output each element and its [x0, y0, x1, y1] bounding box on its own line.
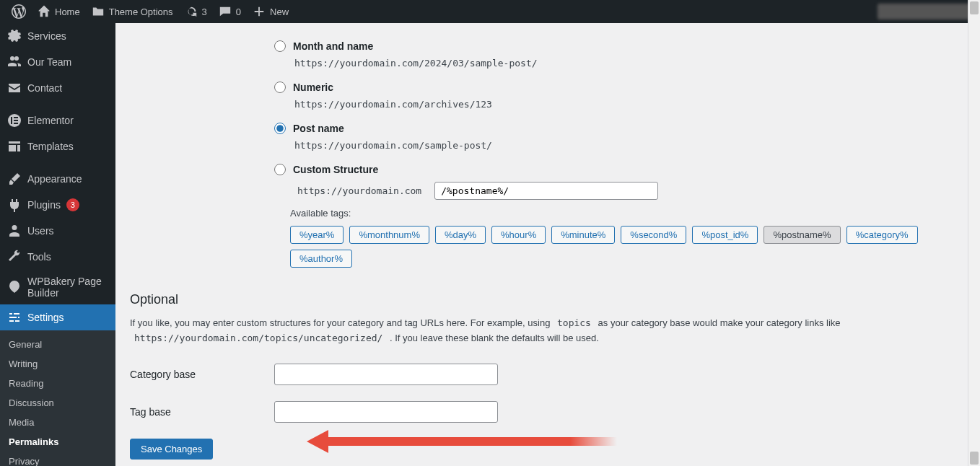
desc-code-topics: topics — [553, 315, 595, 330]
tag-author[interactable]: %author% — [290, 250, 352, 268]
available-tags: %year% %monthnum% %day% %hour% %minute% … — [290, 226, 960, 268]
menu-users[interactable]: Users — [0, 218, 115, 244]
radio-numeric-label: Numeric — [293, 82, 333, 93]
envelope-icon — [7, 81, 22, 95]
radio-custom-label: Custom Structure — [293, 164, 378, 175]
menu-plugins[interactable]: Plugins 3 — [0, 192, 115, 218]
submenu-writing[interactable]: Writing — [0, 354, 115, 374]
menu-tools-label: Tools — [27, 251, 51, 263]
tag-second[interactable]: %second% — [621, 226, 686, 244]
numeric-example: https://yourdomain.com/archives/123 — [290, 97, 496, 112]
permalink-option-custom: Custom Structure https://yourdomain.com … — [130, 164, 960, 268]
menu-our-team[interactable]: Our Team — [0, 49, 115, 75]
sliders-icon — [7, 310, 22, 325]
users-icon — [7, 55, 22, 69]
menu-wpbakery[interactable]: WPBakery Page Builder — [0, 270, 115, 304]
menu-templates-label: Templates — [27, 141, 74, 152]
tag-postname[interactable]: %postname% — [764, 226, 840, 244]
adminbar-home[interactable]: Home — [32, 0, 86, 23]
adminbar-theme-options[interactable]: Theme Options — [86, 0, 179, 23]
tag-day[interactable]: %day% — [435, 226, 486, 244]
elementor-icon — [7, 113, 22, 128]
category-base-input[interactable] — [274, 364, 498, 385]
vertical-scrollbar[interactable] — [968, 0, 980, 466]
optional-heading: Optional — [130, 292, 960, 307]
radio-month-name[interactable] — [274, 40, 286, 52]
menu-contact-label: Contact — [27, 82, 62, 94]
category-base-label: Category base — [130, 369, 274, 380]
tag-monthnum[interactable]: %monthnum% — [349, 226, 429, 244]
available-tags-label: Available tags: — [290, 208, 960, 219]
plugin-icon — [7, 198, 22, 212]
tag-hour[interactable]: %hour% — [491, 226, 546, 244]
menu-settings-label: Settings — [27, 312, 64, 323]
admin-sidebar: Services Our Team Contact Elementor Temp… — [0, 23, 115, 466]
menu-our-team-label: Our Team — [27, 56, 71, 68]
tag-category[interactable]: %category% — [846, 226, 918, 244]
tag-post-id[interactable]: %post_id% — [692, 226, 758, 244]
submenu-reading[interactable]: Reading — [0, 374, 115, 393]
adminbar-new[interactable]: New — [247, 0, 294, 23]
user-icon — [7, 224, 22, 238]
tag-base-row: Tag base — [130, 401, 960, 423]
tag-year[interactable]: %year% — [290, 226, 344, 244]
svg-rect-2 — [14, 117, 18, 118]
menu-appearance-label: Appearance — [27, 173, 82, 185]
submenu-privacy[interactable]: Privacy — [0, 452, 115, 466]
permalink-option-numeric: Numeric https://yourdomain.com/archives/… — [130, 82, 960, 110]
templates-icon — [7, 139, 22, 154]
home-icon — [38, 5, 51, 18]
tag-minute[interactable]: %minute% — [551, 226, 615, 244]
desc-code-url: https://yourdomain.com/topics/uncategori… — [130, 330, 387, 346]
scrollbar-up-arrow[interactable] — [970, 1, 979, 14]
submenu-general[interactable]: General — [0, 335, 115, 354]
menu-templates[interactable]: Templates — [0, 133, 115, 159]
post-name-example: https://yourdomain.com/sample-post/ — [290, 138, 496, 153]
adminbar-new-label: New — [270, 6, 289, 17]
menu-services-label: Services — [27, 30, 66, 42]
adminbar-user[interactable] — [878, 4, 974, 19]
save-changes-button[interactable]: Save Changes — [130, 439, 213, 460]
menu-elementor[interactable]: Elementor — [0, 107, 115, 133]
menu-contact[interactable]: Contact — [0, 75, 115, 101]
permalink-option-month-name: Month and name https://yourdomain.com/20… — [130, 40, 960, 69]
category-base-row: Category base — [130, 364, 960, 385]
menu-wpbakery-label: WPBakery Page Builder — [27, 276, 108, 299]
comment-icon — [219, 5, 232, 18]
menu-plugins-label: Plugins — [27, 199, 61, 211]
annotation-arrow — [307, 427, 617, 456]
menu-tools[interactable]: Tools — [0, 244, 115, 270]
custom-structure-input[interactable] — [434, 182, 658, 200]
custom-prefix: https://yourdomain.com — [290, 181, 429, 201]
radio-post-name[interactable] — [274, 123, 286, 134]
adminbar-comments[interactable]: 0 — [213, 0, 247, 23]
submenu-discussion[interactable]: Discussion — [0, 393, 115, 413]
menu-appearance[interactable]: Appearance — [0, 165, 115, 192]
submenu-media[interactable]: Media — [0, 413, 115, 432]
adminbar-home-label: Home — [55, 6, 80, 17]
radio-post-name-label: Post name — [293, 123, 344, 134]
wrench-icon — [7, 250, 22, 264]
scrollbar-down-arrow[interactable] — [970, 452, 979, 465]
folder-icon — [92, 5, 105, 18]
submenu-permalinks[interactable]: Permalinks — [0, 432, 115, 452]
menu-services[interactable]: Services — [0, 23, 115, 49]
adminbar-updates-count: 3 — [202, 6, 207, 17]
plus-icon — [253, 5, 266, 18]
wpbakery-icon — [7, 280, 22, 294]
svg-rect-1 — [11, 117, 12, 124]
wordpress-icon — [12, 4, 26, 19]
wp-logo[interactable] — [6, 0, 32, 23]
menu-settings[interactable]: Settings — [0, 304, 115, 330]
adminbar-updates[interactable]: 3 — [179, 0, 213, 23]
desc-text-2: as your category base would make your ca… — [595, 317, 841, 328]
radio-numeric[interactable] — [274, 82, 286, 93]
desc-text-1: If you like, you may enter custom struct… — [130, 317, 553, 328]
tag-base-input[interactable] — [274, 401, 498, 423]
permalink-option-post-name: Post name https://yourdomain.com/sample-… — [130, 123, 960, 151]
radio-custom[interactable] — [274, 164, 286, 175]
optional-description: If you like, you may enter custom struct… — [130, 316, 852, 346]
admin-toolbar: Home Theme Options 3 0 New — [0, 0, 980, 23]
svg-rect-4 — [14, 123, 18, 124]
settings-submenu: General Writing Reading Discussion Media… — [0, 330, 115, 466]
